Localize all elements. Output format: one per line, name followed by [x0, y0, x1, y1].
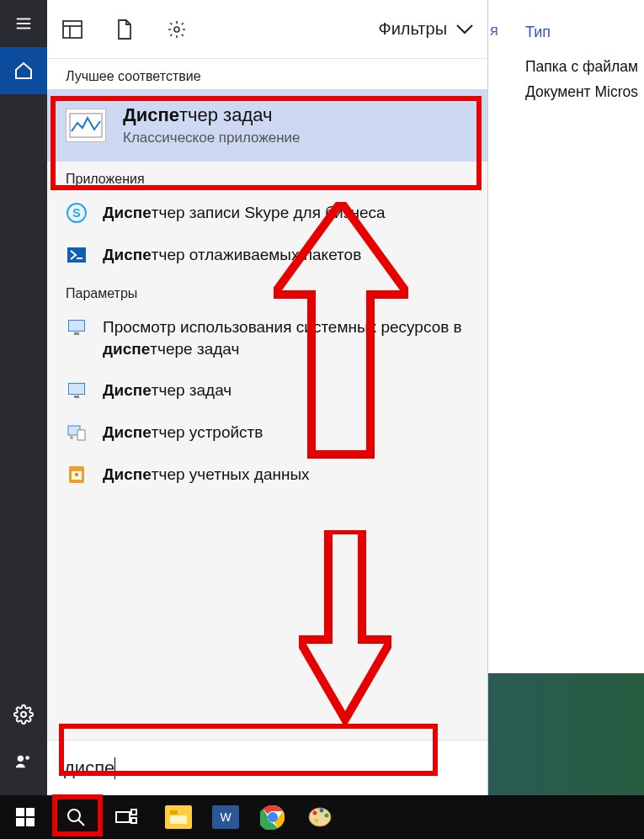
best-match-text: Диспетчер задач Классическое приложение	[123, 104, 301, 146]
rail-settings-button[interactable]	[0, 691, 47, 738]
panel-documents-icon[interactable]	[113, 18, 136, 41]
panel-settings-icon[interactable]	[165, 18, 189, 41]
app-result[interactable]: S Диспетчер записи Skype для бизнеса	[47, 192, 487, 234]
apps-result-list: S Диспетчер записи Skype для бизнеса Дис…	[47, 192, 487, 276]
svg-rect-26	[16, 808, 24, 816]
taskbar-app-paint[interactable]	[296, 795, 343, 839]
best-match-header: Лучшее соответствие	[47, 59, 487, 89]
settings-result-list: Просмотр использования системных ресурсо…	[47, 306, 487, 496]
settings-result[interactable]: Диспетчер устройств	[47, 412, 487, 454]
rail-menu-button[interactable]	[0, 0, 47, 47]
taskbar: W	[0, 795, 644, 839]
start-button[interactable]	[0, 795, 51, 839]
svg-rect-33	[131, 810, 136, 815]
apps-header: Приложения	[47, 162, 487, 192]
svg-point-22	[70, 436, 73, 439]
svg-rect-18	[69, 384, 84, 394]
svg-point-44	[325, 814, 329, 818]
app-result[interactable]: Диспетчер отлаживаемых пакетов	[47, 234, 487, 276]
search-rail	[0, 0, 47, 795]
svg-rect-21	[77, 430, 85, 440]
powershell-icon	[66, 244, 88, 266]
search-box[interactable]: диспе	[47, 740, 487, 795]
hanging-column-letter: я	[490, 22, 498, 40]
filters-label: Фильтры	[378, 19, 447, 39]
devices-icon	[66, 422, 88, 443]
svg-point-9	[174, 27, 179, 32]
best-match-result[interactable]: Диспетчер задач Классическое приложение	[47, 89, 487, 162]
chevron-down-icon	[455, 24, 474, 35]
taskbar-app-word[interactable]: W	[202, 795, 249, 839]
svg-rect-16	[74, 332, 79, 335]
task-manager-icon	[66, 109, 106, 142]
skype-icon: S	[66, 202, 88, 224]
svg-point-45	[315, 819, 319, 823]
svg-rect-36	[170, 810, 178, 815]
svg-point-3	[21, 712, 26, 717]
svg-rect-19	[74, 396, 79, 398]
explorer-row[interactable]: Папка с файлам	[525, 54, 638, 79]
svg-rect-27	[26, 808, 35, 816]
taskbar-app-explorer[interactable]	[155, 795, 202, 839]
filters-dropdown[interactable]: Фильтры	[378, 19, 474, 39]
svg-point-42	[313, 811, 317, 815]
svg-rect-6	[63, 21, 82, 38]
search-button[interactable]	[51, 795, 101, 839]
svg-rect-37	[170, 815, 187, 824]
svg-text:S: S	[72, 206, 80, 220]
svg-rect-28	[16, 818, 24, 826]
credentials-icon	[66, 464, 88, 486]
search-panel-top: Фильтры	[47, 0, 487, 59]
settings-header: Параметры	[47, 276, 487, 306]
settings-result[interactable]: Просмотр использования системных ресурсо…	[47, 306, 487, 369]
svg-rect-32	[116, 812, 130, 822]
svg-rect-29	[26, 818, 35, 826]
svg-point-5	[25, 756, 29, 760]
explorer-file-rows[interactable]: Папка с файлам Документ Micros	[525, 54, 638, 104]
task-view-button[interactable]	[101, 795, 152, 839]
settings-result[interactable]: Диспетчер задач	[47, 369, 487, 412]
svg-rect-15	[69, 321, 84, 331]
monitor-icon	[66, 316, 88, 338]
panel-apps-icon[interactable]	[61, 18, 84, 41]
settings-result[interactable]: Диспетчер учетных данных	[47, 454, 487, 496]
taskbar-app-chrome[interactable]	[249, 795, 296, 839]
svg-line-31	[78, 820, 84, 826]
rail-feedback-button[interactable]	[0, 738, 47, 785]
monitor-icon	[66, 380, 88, 401]
svg-rect-34	[131, 818, 136, 823]
explorer-column-type[interactable]: Тип	[525, 24, 551, 41]
svg-point-4	[18, 756, 24, 762]
svg-point-25	[75, 473, 78, 476]
svg-point-30	[68, 810, 80, 821]
search-panel: Фильтры Лучшее соответствие Диспетчер за…	[47, 0, 488, 795]
svg-point-43	[320, 809, 324, 813]
explorer-row[interactable]: Документ Micros	[525, 79, 638, 104]
rail-home-button[interactable]	[0, 47, 47, 94]
